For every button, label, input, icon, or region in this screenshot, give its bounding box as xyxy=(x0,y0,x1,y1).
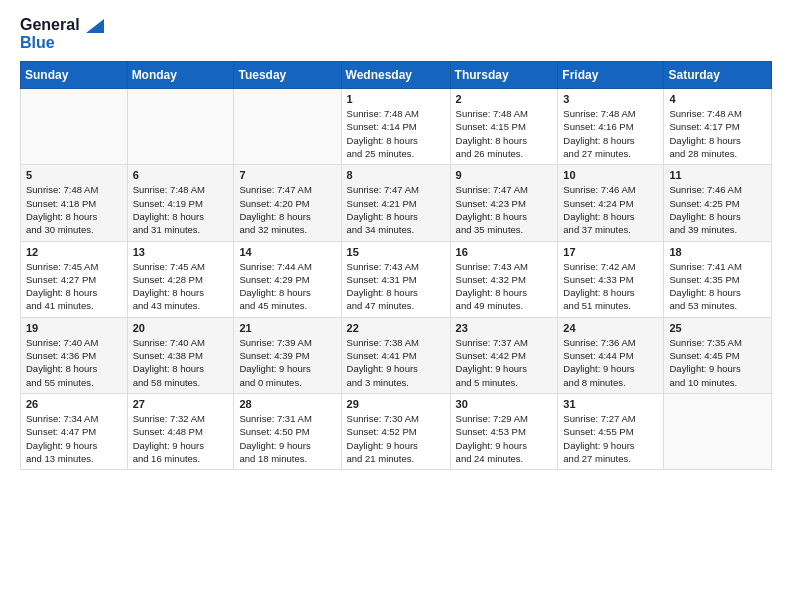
day-cell: 11Sunrise: 7:46 AM Sunset: 4:25 PM Dayli… xyxy=(664,165,772,241)
day-number: 2 xyxy=(456,93,553,105)
logo: General Blue xyxy=(20,16,104,51)
day-number: 5 xyxy=(26,169,122,181)
header: General Blue xyxy=(20,16,772,51)
day-cell: 27Sunrise: 7:32 AM Sunset: 4:48 PM Dayli… xyxy=(127,393,234,469)
day-cell: 24Sunrise: 7:36 AM Sunset: 4:44 PM Dayli… xyxy=(558,317,664,393)
day-cell: 28Sunrise: 7:31 AM Sunset: 4:50 PM Dayli… xyxy=(234,393,341,469)
day-number: 1 xyxy=(347,93,445,105)
day-cell: 20Sunrise: 7:40 AM Sunset: 4:38 PM Dayli… xyxy=(127,317,234,393)
day-cell xyxy=(234,89,341,165)
day-info: Sunrise: 7:46 AM Sunset: 4:24 PM Dayligh… xyxy=(563,183,658,236)
day-info: Sunrise: 7:39 AM Sunset: 4:39 PM Dayligh… xyxy=(239,336,335,389)
day-cell: 26Sunrise: 7:34 AM Sunset: 4:47 PM Dayli… xyxy=(21,393,128,469)
logo-general-text: General xyxy=(20,16,104,34)
day-number: 29 xyxy=(347,398,445,410)
day-cell: 29Sunrise: 7:30 AM Sunset: 4:52 PM Dayli… xyxy=(341,393,450,469)
logo-wordmark: General Blue xyxy=(20,16,104,51)
day-number: 19 xyxy=(26,322,122,334)
day-number: 11 xyxy=(669,169,766,181)
day-cell: 17Sunrise: 7:42 AM Sunset: 4:33 PM Dayli… xyxy=(558,241,664,317)
day-cell: 10Sunrise: 7:46 AM Sunset: 4:24 PM Dayli… xyxy=(558,165,664,241)
day-cell: 30Sunrise: 7:29 AM Sunset: 4:53 PM Dayli… xyxy=(450,393,558,469)
day-number: 21 xyxy=(239,322,335,334)
day-number: 14 xyxy=(239,246,335,258)
day-info: Sunrise: 7:42 AM Sunset: 4:33 PM Dayligh… xyxy=(563,260,658,313)
day-number: 20 xyxy=(133,322,229,334)
day-number: 13 xyxy=(133,246,229,258)
weekday-header-saturday: Saturday xyxy=(664,62,772,89)
day-cell: 25Sunrise: 7:35 AM Sunset: 4:45 PM Dayli… xyxy=(664,317,772,393)
day-number: 17 xyxy=(563,246,658,258)
day-number: 12 xyxy=(26,246,122,258)
day-info: Sunrise: 7:47 AM Sunset: 4:20 PM Dayligh… xyxy=(239,183,335,236)
day-info: Sunrise: 7:46 AM Sunset: 4:25 PM Dayligh… xyxy=(669,183,766,236)
day-info: Sunrise: 7:37 AM Sunset: 4:42 PM Dayligh… xyxy=(456,336,553,389)
day-cell: 19Sunrise: 7:40 AM Sunset: 4:36 PM Dayli… xyxy=(21,317,128,393)
weekday-header-sunday: Sunday xyxy=(21,62,128,89)
day-info: Sunrise: 7:30 AM Sunset: 4:52 PM Dayligh… xyxy=(347,412,445,465)
day-info: Sunrise: 7:48 AM Sunset: 4:16 PM Dayligh… xyxy=(563,107,658,160)
week-row-5: 26Sunrise: 7:34 AM Sunset: 4:47 PM Dayli… xyxy=(21,393,772,469)
day-number: 28 xyxy=(239,398,335,410)
day-cell: 5Sunrise: 7:48 AM Sunset: 4:18 PM Daylig… xyxy=(21,165,128,241)
day-number: 8 xyxy=(347,169,445,181)
day-info: Sunrise: 7:32 AM Sunset: 4:48 PM Dayligh… xyxy=(133,412,229,465)
day-cell: 8Sunrise: 7:47 AM Sunset: 4:21 PM Daylig… xyxy=(341,165,450,241)
day-cell: 14Sunrise: 7:44 AM Sunset: 4:29 PM Dayli… xyxy=(234,241,341,317)
day-number: 31 xyxy=(563,398,658,410)
day-info: Sunrise: 7:45 AM Sunset: 4:28 PM Dayligh… xyxy=(133,260,229,313)
day-number: 25 xyxy=(669,322,766,334)
day-info: Sunrise: 7:48 AM Sunset: 4:18 PM Dayligh… xyxy=(26,183,122,236)
weekday-header-tuesday: Tuesday xyxy=(234,62,341,89)
day-cell: 18Sunrise: 7:41 AM Sunset: 4:35 PM Dayli… xyxy=(664,241,772,317)
day-number: 9 xyxy=(456,169,553,181)
day-info: Sunrise: 7:45 AM Sunset: 4:27 PM Dayligh… xyxy=(26,260,122,313)
day-info: Sunrise: 7:48 AM Sunset: 4:17 PM Dayligh… xyxy=(669,107,766,160)
day-info: Sunrise: 7:31 AM Sunset: 4:50 PM Dayligh… xyxy=(239,412,335,465)
day-info: Sunrise: 7:43 AM Sunset: 4:31 PM Dayligh… xyxy=(347,260,445,313)
day-info: Sunrise: 7:48 AM Sunset: 4:19 PM Dayligh… xyxy=(133,183,229,236)
week-row-4: 19Sunrise: 7:40 AM Sunset: 4:36 PM Dayli… xyxy=(21,317,772,393)
day-info: Sunrise: 7:29 AM Sunset: 4:53 PM Dayligh… xyxy=(456,412,553,465)
day-info: Sunrise: 7:44 AM Sunset: 4:29 PM Dayligh… xyxy=(239,260,335,313)
day-info: Sunrise: 7:36 AM Sunset: 4:44 PM Dayligh… xyxy=(563,336,658,389)
logo-blue-text: Blue xyxy=(20,34,104,52)
day-info: Sunrise: 7:47 AM Sunset: 4:21 PM Dayligh… xyxy=(347,183,445,236)
day-number: 18 xyxy=(669,246,766,258)
calendar-table: SundayMondayTuesdayWednesdayThursdayFrid… xyxy=(20,61,772,470)
day-number: 24 xyxy=(563,322,658,334)
weekday-header-monday: Monday xyxy=(127,62,234,89)
day-cell: 7Sunrise: 7:47 AM Sunset: 4:20 PM Daylig… xyxy=(234,165,341,241)
day-cell: 21Sunrise: 7:39 AM Sunset: 4:39 PM Dayli… xyxy=(234,317,341,393)
weekday-header-wednesday: Wednesday xyxy=(341,62,450,89)
page: General Blue SundayMondayTuesdayWednesda… xyxy=(0,0,792,486)
day-info: Sunrise: 7:35 AM Sunset: 4:45 PM Dayligh… xyxy=(669,336,766,389)
day-cell: 4Sunrise: 7:48 AM Sunset: 4:17 PM Daylig… xyxy=(664,89,772,165)
day-number: 27 xyxy=(133,398,229,410)
week-row-1: 1Sunrise: 7:48 AM Sunset: 4:14 PM Daylig… xyxy=(21,89,772,165)
day-info: Sunrise: 7:34 AM Sunset: 4:47 PM Dayligh… xyxy=(26,412,122,465)
day-cell: 23Sunrise: 7:37 AM Sunset: 4:42 PM Dayli… xyxy=(450,317,558,393)
day-cell xyxy=(21,89,128,165)
day-number: 16 xyxy=(456,246,553,258)
day-info: Sunrise: 7:40 AM Sunset: 4:38 PM Dayligh… xyxy=(133,336,229,389)
day-number: 7 xyxy=(239,169,335,181)
day-number: 22 xyxy=(347,322,445,334)
day-info: Sunrise: 7:43 AM Sunset: 4:32 PM Dayligh… xyxy=(456,260,553,313)
day-cell: 31Sunrise: 7:27 AM Sunset: 4:55 PM Dayli… xyxy=(558,393,664,469)
day-number: 15 xyxy=(347,246,445,258)
day-number: 10 xyxy=(563,169,658,181)
day-cell: 12Sunrise: 7:45 AM Sunset: 4:27 PM Dayli… xyxy=(21,241,128,317)
day-info: Sunrise: 7:47 AM Sunset: 4:23 PM Dayligh… xyxy=(456,183,553,236)
day-info: Sunrise: 7:38 AM Sunset: 4:41 PM Dayligh… xyxy=(347,336,445,389)
day-cell: 6Sunrise: 7:48 AM Sunset: 4:19 PM Daylig… xyxy=(127,165,234,241)
day-cell: 16Sunrise: 7:43 AM Sunset: 4:32 PM Dayli… xyxy=(450,241,558,317)
day-info: Sunrise: 7:48 AM Sunset: 4:15 PM Dayligh… xyxy=(456,107,553,160)
day-cell: 9Sunrise: 7:47 AM Sunset: 4:23 PM Daylig… xyxy=(450,165,558,241)
day-number: 3 xyxy=(563,93,658,105)
week-row-3: 12Sunrise: 7:45 AM Sunset: 4:27 PM Dayli… xyxy=(21,241,772,317)
day-number: 26 xyxy=(26,398,122,410)
weekday-header-friday: Friday xyxy=(558,62,664,89)
day-number: 30 xyxy=(456,398,553,410)
day-cell: 15Sunrise: 7:43 AM Sunset: 4:31 PM Dayli… xyxy=(341,241,450,317)
